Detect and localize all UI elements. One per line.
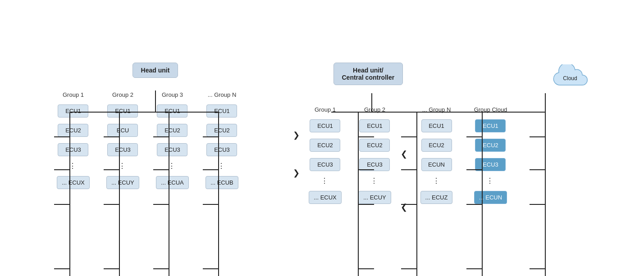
right-group-1-wrapper: ❯ ❯ ❯ ❯ Group 1 ECU1 ECU2 ECU3 ⋮ ... ECU… — [293, 106, 350, 213]
dots: ⋮ — [486, 177, 494, 185]
right-group-n-label: ... Group N — [422, 106, 451, 113]
ecu-box: ECUN — [421, 158, 452, 171]
right-group-n-ecus: ECU1 ECU2 ECUN ⋮ ... ECUZ — [420, 119, 453, 204]
arrow-icon: ❯ — [293, 167, 300, 179]
left-group-3-label: Group 3 — [162, 91, 183, 98]
ecu-box: ECU3 — [107, 143, 138, 156]
right-group-2-arrows: ❮ ❮ ❮ ❮ — [401, 129, 407, 213]
right-groups: ❯ ❯ ❯ ❯ Group 1 ECU1 ECU2 ECU3 ⋮ ... ECU… — [293, 106, 599, 213]
ecu-box: ECU3 — [359, 158, 390, 171]
right-head-unit-label: Head unit/Central controller — [342, 67, 395, 81]
ecu-box: ECU3 — [206, 143, 237, 156]
ecu-box: ECU1 — [359, 119, 390, 132]
arrow-icon: ❯ — [293, 129, 300, 141]
right-group-1-ecus: ECU1 ECU2 ECU3 ⋮ ... ECUX — [309, 119, 342, 204]
ecu-box: ECU — [107, 124, 138, 137]
right-group-cloud-label: Group Cloud — [474, 106, 507, 113]
ecu-box-blue: ... ECUN — [474, 191, 507, 204]
diagram-container: Head unit Group 1 ECU1 ECU2 ECU3 ⋮ ... E… — [27, 54, 617, 222]
ecu-box: ... ECUA — [156, 176, 189, 189]
right-group-1: Group 1 ECU1 ECU2 ECU3 ⋮ ... ECUX — [301, 106, 350, 204]
ecu-box: ECU2 — [58, 124, 88, 137]
ecu-box: ... ECUB — [206, 176, 238, 189]
ecu-box: ECU3 — [157, 143, 187, 156]
dots: ⋮ — [218, 163, 226, 170]
ecu-box: ECU2 — [206, 124, 237, 137]
right-head-unit-box-wrapper: Head unit/Central controller — [333, 63, 403, 85]
right-group-2-label: Group 2 — [364, 106, 385, 113]
ecu-box: ... ECUY — [106, 176, 139, 189]
ecu-box: ECU3 — [310, 158, 340, 171]
right-group-2-wrapper: Group 2 ECU1 ECU2 ECU3 ⋮ ... ECUY ❮ ❮ ❮ — [350, 106, 407, 213]
ecu-box-blue: ECU2 — [475, 139, 506, 152]
ecu-box: ECU1 — [107, 104, 138, 118]
left-group-n-ecus: ECU1 ECU2 ECU3 ⋮ ... ECUB — [206, 104, 238, 189]
right-diagram: Head unit/Central controller Cloud ❯ ❯ ❯ — [293, 63, 599, 213]
dots: ⋮ — [119, 163, 127, 170]
ecu-box: ... ECUY — [358, 191, 391, 204]
ecu-box: ... ECUX — [309, 191, 342, 204]
left-groups: Group 1 ECU1 ECU2 ECU3 ⋮ ... ECUX Group … — [45, 91, 266, 189]
arrow-icon: ❮ — [401, 201, 407, 213]
left-group-1: Group 1 ECU1 ECU2 ECU3 ⋮ ... ECUX — [49, 91, 98, 189]
ecu-box: ... ECUZ — [420, 191, 453, 204]
right-group-1-label: Group 1 — [315, 106, 336, 113]
left-group-3: Group 3 ECU1 ECU2 ECU3 ⋮ ... ECUA — [148, 91, 197, 189]
ecu-box: ECU2 — [421, 139, 452, 152]
ecu-box: ECU2 — [359, 139, 390, 152]
ecu-box: ECU2 — [157, 124, 187, 137]
left-diagram: Head unit Group 1 ECU1 ECU2 ECU3 ⋮ ... E… — [45, 63, 266, 189]
left-group-2-ecus: ECU1 ECU ECU3 ⋮ ... ECUY — [106, 104, 139, 189]
left-group-n: ... Group N ECU1 ECU2 ECU3 ⋮ ... ECUB — [197, 91, 247, 189]
right-head-unit-box: Head unit/Central controller — [333, 63, 403, 85]
left-group-1-ecus: ECU1 ECU2 ECU3 ⋮ ... ECUX — [57, 104, 90, 189]
right-group-n: ... Group N ECU1 ECU2 ECUN ⋮ ... ECUZ — [412, 106, 461, 213]
left-group-2: Group 2 ECU1 ECU ECU3 ⋮ ... ECUY — [98, 91, 148, 189]
ecu-box: ECU1 — [157, 104, 187, 118]
dots: ⋮ — [370, 177, 379, 185]
right-group-2: Group 2 ECU1 ECU2 ECU3 ⋮ ... ECUY — [350, 106, 400, 204]
left-group-1-label: Group 1 — [63, 91, 84, 98]
left-head-unit-header: Head unit — [45, 63, 266, 78]
ecu-box: ECU1 — [58, 104, 88, 118]
right-group-cloud: Group Cloud ECU1 ECU2 ECU3 ⋮ ... ECUN — [466, 106, 516, 213]
ecu-box: ECU1 — [206, 104, 237, 118]
ecu-box: ECU1 — [310, 119, 340, 132]
left-group-3-ecus: ECU1 ECU2 ECU3 ⋮ ... ECUA — [156, 104, 189, 189]
head-unit-box: Head unit — [132, 63, 178, 78]
ecu-box-blue: ECU3 — [475, 158, 506, 171]
ecu-box-blue: ECU1 — [475, 119, 506, 132]
ecu-box: ECU2 — [310, 139, 340, 152]
arrow-icon: ❮ — [401, 148, 407, 160]
right-group-1-arrows: ❯ ❯ ❯ ❯ — [293, 129, 300, 213]
dots: ⋮ — [69, 163, 77, 170]
left-group-2-label: Group 2 — [112, 91, 133, 98]
head-unit-label: Head unit — [141, 67, 170, 74]
dots: ⋮ — [321, 177, 329, 185]
dots: ⋮ — [433, 177, 441, 185]
svg-text:Cloud: Cloud — [563, 75, 577, 81]
dots: ⋮ — [168, 163, 176, 170]
ecu-box: ... ECUX — [57, 176, 90, 189]
right-group-2-ecus: ECU1 ECU2 ECU3 ⋮ ... ECUY — [358, 119, 391, 204]
right-group-cloud-ecus: ECU1 ECU2 ECU3 ⋮ ... ECUN — [474, 119, 507, 204]
cloud-wrapper: Cloud — [550, 64, 590, 93]
left-group-n-label: ... Group N — [208, 91, 237, 98]
right-header: Head unit/Central controller Cloud — [293, 63, 599, 93]
cloud-icon: Cloud — [550, 64, 590, 91]
ecu-box: ECU1 — [421, 119, 452, 132]
ecu-box: ECU3 — [58, 143, 88, 156]
